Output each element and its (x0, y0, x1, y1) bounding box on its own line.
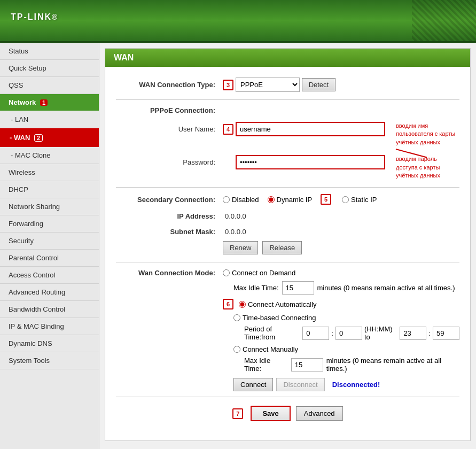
save-advanced-row: 7 Save Advanced (116, 397, 459, 430)
username-row-outer: User Name: 4 вводим имя пользователя с к… (116, 122, 459, 150)
password-label: Password: (116, 158, 223, 166)
radio-auto-label: Connect Automatically (248, 300, 317, 308)
password-row-outer: Password: вводим пароль доступа с карты … (116, 155, 459, 180)
max-idle-time-input[interactable] (282, 281, 314, 295)
divider1 (116, 99, 459, 100)
sidebar-item-dhcp[interactable]: DHCP (0, 181, 99, 198)
max-idle-time2-input[interactable] (291, 358, 323, 371)
step4-badge: 4 (223, 124, 233, 135)
advanced-button[interactable]: Advanced (296, 406, 343, 421)
header: TP-LINK® (0, 0, 476, 43)
max-idle-time-label: Max Idle Time: (233, 284, 279, 292)
save-button[interactable]: Save (251, 406, 290, 421)
wan-badge: 2 (34, 134, 43, 142)
radio-dynamicip-input[interactable] (268, 196, 275, 203)
disconnected-status: Disconnected! (332, 381, 380, 389)
step5-badge: 5 (321, 194, 331, 205)
radio-manually-input[interactable] (233, 346, 240, 353)
sidebar-item-qss[interactable]: QSS (0, 77, 99, 94)
sidebar-item-forwarding[interactable]: Forwarding (0, 215, 99, 233)
logo-text: TP-LINK (11, 12, 52, 21)
radio-dynamicip[interactable]: Dynamic IP (268, 196, 312, 204)
radio-manually[interactable]: Connect Manually (233, 345, 298, 353)
period-from-input[interactable] (302, 327, 329, 340)
secondary-connection-options: Disabled Dynamic IP 5 Static IP (223, 194, 377, 205)
connect-auto-row: 6 Connect Automatically (116, 299, 459, 309)
ip-address-row: IP Address: 0.0.0.0 (116, 212, 459, 220)
radio-staticip[interactable]: Static IP (342, 196, 377, 204)
renew-button[interactable]: Renew (223, 241, 258, 254)
subnet-mask-value: 0.0.0.0 (225, 228, 246, 236)
time-based-row: Time-based Connecting (116, 314, 459, 322)
max-idle-time2-label: Max Idle Time: (244, 357, 288, 373)
subnet-mask-row: Subnet Mask: 0.0.0.0 (116, 228, 459, 236)
username-label: User Name: (116, 125, 223, 133)
radio-manually-label: Connect Manually (243, 345, 298, 353)
radio-demand-input[interactable] (223, 269, 230, 276)
wan-mode-row: Wan Connection Mode: Connect on Demand (116, 269, 459, 277)
sidebar-item-dynamicdns[interactable]: Dynamic DNS (0, 335, 99, 352)
radio-timebased[interactable]: Time-based Connecting (233, 314, 316, 322)
secondary-connection-label: Secondary Connection: (116, 196, 223, 204)
page-title: WAN (114, 53, 134, 62)
sidebar-item-advancedrouting[interactable]: Advanced Routing (0, 284, 99, 301)
connect-manually-row: Connect Manually (116, 345, 459, 353)
radio-disabled[interactable]: Disabled (223, 196, 259, 204)
radio-timebased-label: Time-based Connecting (243, 314, 316, 322)
ip-address-value: 0.0.0.0 (225, 212, 246, 220)
pppoe-connection-row: PPPoE Connection: (116, 106, 459, 114)
sidebar-item-wireless[interactable]: Wireless (0, 164, 99, 181)
period-from-min-input[interactable] (335, 327, 362, 340)
sidebar-item-status[interactable]: Status (0, 43, 99, 60)
period-to-h-input[interactable] (400, 327, 426, 340)
radio-demand-label: Connect on Demand (232, 269, 295, 277)
password-input[interactable] (236, 155, 385, 169)
wan-label: - WAN (10, 134, 30, 142)
sidebar-item-ipmacbinding[interactable]: IP & MAC Binding (0, 318, 99, 335)
max-idle-time2-suffix: minutes (0 means remain active at all ti… (326, 357, 459, 373)
sidebar-item-security[interactable]: Security (0, 233, 99, 250)
connect-disconnect-row: Connect Disconnect Disconnected! (116, 378, 459, 391)
annotation-username-text: вводим имя пользователя с карты учётных … (396, 122, 459, 146)
period-colon1: : (331, 329, 333, 337)
period-to-m-input[interactable] (433, 327, 459, 340)
divider3 (116, 262, 459, 262)
layout: Status Quick Setup QSS Network 1 - LAN -… (0, 43, 476, 449)
radio-timebased-input[interactable] (233, 314, 240, 321)
sidebar-item-network-label: Network (9, 98, 36, 106)
wan-type-select[interactable]: PPPoE Dynamic IP Static IP L2TP PPTP (236, 78, 300, 92)
sidebar-item-quicksetup[interactable]: Quick Setup (0, 60, 99, 77)
radio-connect-demand[interactable]: Connect on Demand (223, 269, 295, 277)
max-idle-time-suffix: minutes (0 means remain active at all ti… (317, 284, 455, 292)
sidebar-item-network[interactable]: Network 1 (0, 94, 99, 111)
wan-mode-options: Connect on Demand (223, 269, 295, 277)
radio-disabled-input[interactable] (223, 196, 230, 203)
detect-button[interactable]: Detect (302, 78, 336, 91)
period-colon2: : (428, 329, 431, 337)
radio-staticip-label: Static IP (351, 196, 377, 204)
radio-connect-auto[interactable]: Connect Automatically (239, 300, 317, 308)
sidebar-item-macclone[interactable]: - MAC Clone (0, 147, 99, 164)
radio-auto-input[interactable] (239, 301, 246, 308)
sidebar-item-systemtools[interactable]: System Tools (0, 352, 99, 369)
divider2 (116, 187, 459, 188)
sidebar-item-bandwidthcontrol[interactable]: Bandwidth Control (0, 301, 99, 318)
radio-disabled-label: Disabled (232, 196, 259, 204)
step6-badge: 6 (223, 299, 233, 309)
max-idle-time2-row: Max Idle Time: minutes (0 means remain a… (116, 357, 459, 373)
connect-button[interactable]: Connect (233, 378, 273, 391)
sidebar-item-parentalcontrol[interactable]: Parental Control (0, 250, 99, 267)
disconnect-button[interactable]: Disconnect (276, 378, 324, 391)
radio-staticip-input[interactable] (342, 196, 349, 203)
release-button[interactable]: Release (262, 241, 302, 254)
sidebar-item-lan[interactable]: - LAN (0, 111, 99, 128)
username-input[interactable] (236, 122, 385, 136)
logo-sup: ® (52, 13, 58, 21)
username-inner: User Name: 4 (116, 122, 385, 136)
ip-address-label: IP Address: (116, 212, 223, 220)
annotation-password-area: вводим пароль доступа с карты учётных да… (396, 155, 459, 180)
sidebar-item-accesscontrol[interactable]: Access Control (0, 267, 99, 284)
sidebar-item-wan[interactable]: - WAN 2 (0, 128, 99, 147)
max-idle-time-row: Max Idle Time: minutes (0 means remain a… (116, 281, 459, 295)
sidebar-item-networksharing[interactable]: Network Sharing (0, 198, 99, 215)
